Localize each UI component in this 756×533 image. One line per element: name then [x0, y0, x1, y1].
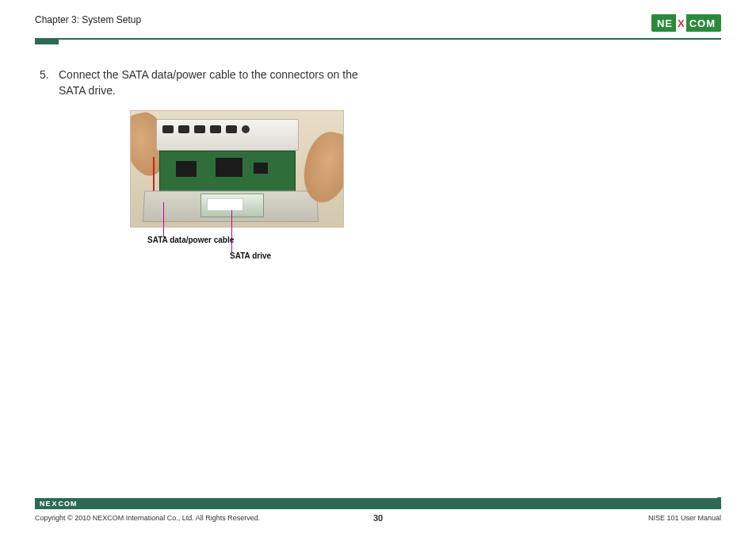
device-enclosure	[156, 119, 299, 151]
port-icon	[162, 125, 174, 133]
footer-text-row: Copyright © 2010 NEXCOM International Co…	[35, 514, 721, 522]
drive-label-sticker	[207, 198, 243, 211]
instruction-step: 5. Connect the SATA data/power cable to …	[40, 67, 380, 99]
footer-copyright: Copyright © 2010 NEXCOM International Co…	[35, 514, 260, 522]
step-text: Connect the SATA data/power cable to the…	[59, 67, 380, 99]
callout-sata-drive: SATA drive	[230, 251, 271, 260]
figure: SATA data/power cable SATA drive	[130, 110, 344, 228]
ornament-square-icon	[717, 497, 721, 501]
port-icon	[194, 125, 205, 133]
footer-brand-logo: NEXCOM	[40, 500, 78, 508]
footer-bar: NEXCOM	[35, 498, 721, 509]
footer-brand-left: NE	[40, 500, 52, 508]
ornament-square-icon	[709, 505, 713, 509]
callout-leader-line	[163, 202, 164, 237]
brand-logo-left: NE	[651, 14, 676, 32]
footer-brand-right: COM	[59, 500, 78, 508]
brand-logo-x: X	[676, 14, 686, 32]
callout-sata-cable: SATA data/power cable	[147, 236, 234, 244]
chip-icon	[254, 163, 268, 174]
footer-ornament-squares-icon	[705, 493, 721, 509]
chip-icon	[216, 158, 242, 177]
port-icon	[242, 125, 250, 133]
footer-brand-x: X	[52, 500, 59, 508]
header-divider	[35, 38, 721, 40]
footer-doc-title: NISE 101 User Manual	[648, 514, 721, 522]
brand-logo-right: COM	[686, 14, 721, 32]
port-icon	[178, 125, 189, 133]
page-number: 30	[373, 513, 383, 523]
port-icon	[210, 125, 221, 133]
port-icon	[226, 125, 237, 133]
hardware-photo	[130, 110, 344, 228]
header-divider-tab	[35, 40, 59, 44]
rear-ports	[162, 125, 250, 133]
ornament-square-icon	[715, 503, 721, 509]
brand-logo: NE X COM	[651, 14, 721, 32]
step-number: 5.	[40, 67, 51, 82]
callout-leader-line	[231, 210, 232, 253]
chapter-title: Chapter 3: System Setup	[35, 14, 141, 25]
